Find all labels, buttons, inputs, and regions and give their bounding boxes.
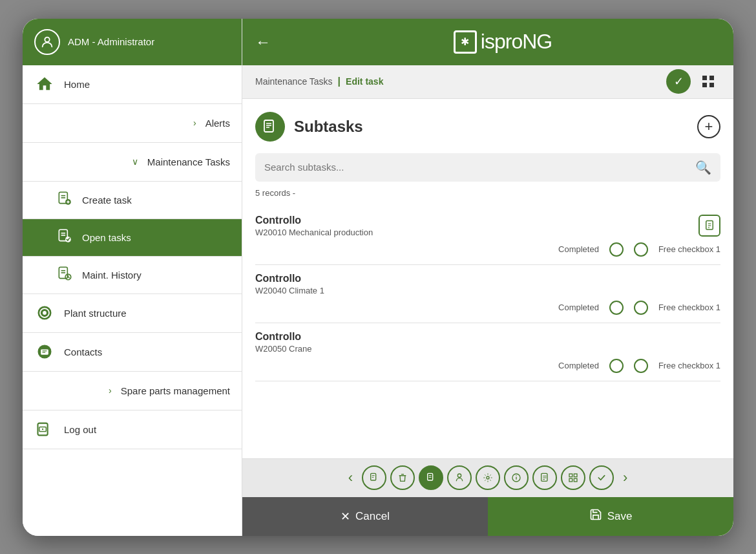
section-title: Subtasks [294, 118, 363, 136]
sidebar-item-contacts[interactable]: Contacts [23, 333, 242, 372]
cancel-button[interactable]: ✕ Cancel [242, 497, 488, 536]
save-icon [589, 508, 602, 524]
sidebar-item-alerts[interactable]: › Alerts [23, 104, 242, 143]
cancel-label: Cancel [355, 510, 390, 523]
records-dash: - [293, 188, 295, 198]
logo-light: NG [522, 30, 552, 53]
completed-radio-2[interactable] [609, 301, 624, 315]
tool-doc2-btn[interactable] [532, 465, 557, 490]
svg-rect-39 [371, 473, 376, 480]
svg-point-0 [45, 37, 49, 41]
tool-info-btn[interactable] [504, 465, 529, 490]
logout-icon [34, 419, 55, 440]
svg-point-51 [516, 475, 516, 476]
subtask-name-2: Controllo [255, 273, 720, 284]
tool-subtask-btn[interactable] [419, 465, 443, 490]
svg-point-26 [42, 429, 43, 430]
next-button[interactable]: › [618, 469, 633, 486]
search-input[interactable] [264, 162, 690, 173]
tool-person-btn[interactable] [447, 465, 472, 490]
home-icon [34, 74, 55, 94]
back-button[interactable]: ← [255, 33, 271, 51]
subtask-name-1: Controllo [255, 215, 698, 226]
plant-icon [34, 303, 55, 323]
svg-rect-59 [574, 478, 577, 482]
sidebar-item-logout[interactable]: Log out [23, 410, 242, 449]
sidebar-item-create-task-label: Create task [82, 195, 132, 206]
sidebar-item-maintenance-label: Maintenance Tasks [147, 156, 230, 167]
svg-rect-29 [702, 83, 707, 87]
footer-bar: ✕ Cancel Save [242, 497, 733, 536]
top-bar: ← ✱ isproNG [242, 19, 733, 65]
sidebar-item-home[interactable]: Home [23, 65, 242, 104]
breadcrumb-current: Edit task [346, 76, 383, 87]
sidebar: ADM - Administrator Home › Alerts ∨ [23, 19, 242, 536]
add-subtask-button[interactable]: + [697, 115, 720, 138]
completed-radio-3[interactable] [609, 359, 624, 373]
sidebar-item-create-task[interactable]: Create task [23, 182, 242, 219]
free-checkbox-label-2: Free checkbox 1 [658, 303, 720, 312]
chevron-right-icon-2: › [109, 385, 112, 396]
sidebar-item-alerts-label: Alerts [205, 118, 230, 129]
content-area: Subtasks + 🔍 5 records - Controllo [242, 99, 733, 458]
completed-radio-3b[interactable] [634, 359, 648, 373]
records-text: 5 records [255, 188, 290, 198]
check-button[interactable]: ✓ [666, 69, 691, 94]
sidebar-item-logout-label: Log out [64, 424, 96, 435]
sidebar-item-maint-history[interactable]: Maint. History [23, 257, 242, 294]
app-logo: ✱ isproNG [454, 30, 552, 54]
subtask-sub-2: W20040 Climate 1 [255, 286, 720, 295]
completed-label-3: Completed [558, 361, 599, 370]
svg-rect-28 [709, 76, 714, 80]
tool-delete-btn[interactable] [390, 465, 415, 490]
sidebar-nav: Home › Alerts ∨ Maintenance Tasks [23, 65, 242, 536]
subtask-action-btn-1[interactable] [698, 215, 720, 237]
main-content: ← ✱ isproNG Maintenance Tasks | Edit tas… [242, 19, 733, 536]
breadcrumb-parent[interactable]: Maintenance Tasks [255, 76, 333, 87]
completed-radio-1[interactable] [609, 242, 624, 257]
completed-radio-1b[interactable] [634, 242, 648, 257]
sidebar-item-home-label: Home [64, 79, 90, 90]
grid-button[interactable] [696, 69, 720, 94]
svg-line-16 [68, 277, 69, 278]
sidebar-item-contacts-label: Contacts [64, 346, 102, 357]
section-header: Subtasks + [255, 112, 720, 142]
breadcrumb-separator: | [338, 76, 341, 87]
completed-label-1: Completed [558, 244, 599, 254]
completed-radio-2b[interactable] [634, 301, 648, 315]
search-icon[interactable]: 🔍 [695, 160, 711, 175]
tool-grid-btn[interactable] [561, 465, 585, 490]
create-task-icon [56, 190, 73, 209]
sidebar-item-spare-parts[interactable]: › Spare parts management [23, 372, 242, 410]
contacts-icon [34, 341, 55, 362]
subtask-info-2: Controllo W20040 Climate 1 [255, 273, 720, 295]
subtask-item-1: Controllo W20010 Mechanical production [255, 207, 720, 265]
prev-button[interactable]: ‹ [343, 469, 358, 486]
subtask-checkboxes-3: Completed Free checkbox 1 [255, 354, 720, 373]
chevron-down-icon: ∨ [132, 156, 138, 167]
sidebar-item-open-tasks[interactable]: Open tasks [23, 219, 242, 257]
bottom-toolbar: ‹ [242, 458, 733, 497]
maint-history-icon [56, 265, 73, 284]
svg-rect-30 [709, 83, 714, 87]
completed-label-2: Completed [558, 303, 599, 312]
svg-point-48 [487, 476, 489, 479]
records-count: 5 records - [255, 188, 720, 198]
save-button[interactable]: Save [488, 497, 733, 536]
logo-bold: ispro [481, 30, 522, 53]
cancel-icon: ✕ [341, 509, 350, 524]
svg-rect-57 [574, 474, 577, 477]
subtask-sub-3: W20050 Crane [255, 344, 720, 354]
tool-settings-btn[interactable] [476, 465, 500, 490]
subtask-info-1: Controllo W20010 Mechanical production [255, 215, 698, 237]
breadcrumb: Maintenance Tasks | Edit task ✓ [242, 65, 733, 99]
sidebar-item-plant-label: Plant structure [64, 308, 127, 319]
tool-doc-btn[interactable] [362, 465, 386, 490]
subtask-checkboxes-2: Completed Free checkbox 1 [255, 295, 720, 315]
sidebar-item-maintenance[interactable]: ∨ Maintenance Tasks [23, 143, 242, 182]
section-icon [255, 112, 285, 142]
free-checkbox-label-3: Free checkbox 1 [658, 361, 720, 370]
sidebar-item-plant[interactable]: Plant structure [23, 294, 242, 333]
subtask-item-3: Controllo W20050 Crane Completed Free ch… [255, 323, 720, 381]
tool-check-btn[interactable] [589, 465, 614, 490]
